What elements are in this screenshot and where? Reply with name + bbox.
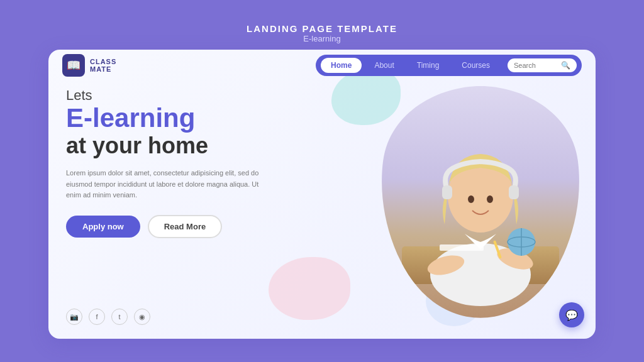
nav-links: Home About Timing Courses 🔍 (316, 55, 582, 76)
logo: 📖 CLASS MATE (62, 54, 116, 77)
apply-now-button[interactable]: Apply now (66, 216, 140, 238)
logo-icon: 📖 (62, 54, 85, 77)
home-text: at your home (66, 133, 355, 159)
instagram-icon[interactable]: 📷 (66, 309, 82, 325)
page-subtitle: E-learning (247, 34, 397, 43)
cta-buttons: Apply now Read More (66, 215, 355, 238)
logo-text: CLASS MATE (90, 58, 116, 73)
blob-pink (269, 257, 350, 320)
nav-courses[interactable]: Courses (452, 58, 500, 73)
nav-home[interactable]: Home (321, 58, 362, 73)
read-more-button[interactable]: Read More (148, 215, 222, 238)
landing-card: 📖 CLASS MATE Home About Timing Courses 🔍… (48, 50, 596, 339)
twitter-icon[interactable]: t (111, 309, 128, 325)
page-header: LANDING PAGE TEMPLATE E-learning (247, 23, 397, 43)
nav-about[interactable]: About (364, 58, 404, 73)
circle-icon[interactable]: ◉ (134, 309, 150, 325)
svg-rect-3 (442, 185, 452, 199)
social-icons: 📷 f t ◉ (66, 309, 150, 325)
navbar: 📖 CLASS MATE Home About Timing Courses 🔍 (48, 50, 596, 81)
page-title: LANDING PAGE TEMPLATE (247, 23, 397, 34)
search-box: 🔍 (508, 58, 577, 72)
svg-rect-12 (440, 244, 484, 251)
lets-text: Lets (66, 87, 355, 104)
svg-point-6 (487, 195, 493, 203)
description-text: Lorem ipsum dolor sit amet, consectetur … (66, 168, 274, 201)
search-icon: 🔍 (561, 61, 570, 70)
svg-point-5 (468, 195, 474, 203)
svg-rect-4 (509, 185, 519, 199)
facebook-icon[interactable]: f (89, 309, 105, 325)
elearning-text: E-learning (66, 105, 355, 131)
main-content: Lets E-learning at your home Lorem ipsum… (66, 87, 355, 238)
search-input[interactable] (514, 62, 558, 69)
photo-section (377, 80, 584, 322)
nav-timing[interactable]: Timing (407, 58, 450, 73)
